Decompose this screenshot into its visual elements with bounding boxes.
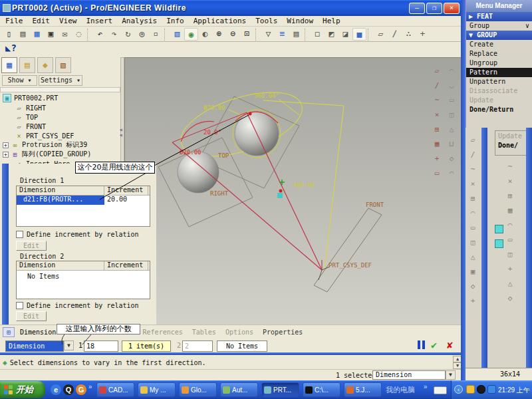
qq-tray-icon[interactable]	[477, 385, 485, 394]
title-bar[interactable]: PRT0002 (Active) - Pro/ENGINEER Wildfire…	[0, 0, 462, 16]
connections-tab-icon[interactable]: ▧	[55, 57, 71, 73]
tab-references[interactable]: References	[143, 329, 183, 336]
find-icon[interactable]: ◎	[135, 28, 149, 41]
mm-unpattern[interactable]: Unpattern	[466, 77, 532, 86]
undo-icon[interactable]: ↶	[93, 28, 107, 41]
tab-tables[interactable]: Tables	[192, 329, 216, 336]
feat-menu-header[interactable]: ▶ FEAT	[466, 12, 532, 21]
wireframe-icon[interactable]: ◻	[311, 28, 325, 41]
context-help-icon[interactable]: ◣?	[5, 43, 17, 53]
show-button[interactable]: Show ▾	[2, 75, 37, 86]
shaded-icon[interactable]: ■	[352, 28, 366, 41]
taskbar-task[interactable]: 5.J...	[344, 382, 382, 397]
save-icon[interactable]: ▦	[30, 28, 44, 41]
mm-create[interactable]: Create	[466, 40, 532, 49]
menu-analysis[interactable]: Analysis	[122, 17, 157, 25]
feature-toolbar-column[interactable]: ◠ ◡ ▭ ◫ △ ⊔ ◇ ◠	[444, 64, 459, 181]
tray-collapse-icon[interactable]: ‹	[454, 385, 463, 394]
dir2-count-input[interactable]	[182, 340, 213, 352]
chevron-down-icon[interactable]: ▼	[64, 340, 74, 350]
feature-toolbar-column[interactable]: ▱ / ~ × ⊞ ▦ + ▭	[430, 64, 444, 181]
dim-label-100[interactable]: 100.00	[293, 182, 315, 188]
erase-display-icon[interactable]: ◌	[72, 28, 86, 41]
taskbar-task-active[interactable]: PRT...	[261, 382, 299, 397]
orient-mode-icon[interactable]: ◐	[198, 28, 212, 41]
folder-browser-tab-icon[interactable]: ▤	[19, 57, 35, 73]
zoom-fit-icon[interactable]: ⊡	[240, 28, 254, 41]
tree-row[interactable]: + ∞ Protrusion 标识39	[3, 140, 122, 150]
taskbar-task[interactable]: My ...	[138, 382, 176, 397]
dim-label-dia20-left[interactable]: Ø20.00	[180, 149, 201, 156]
pause-button[interactable]	[418, 340, 425, 349]
select-filter-icon[interactable]: ▫	[149, 28, 163, 41]
repaint-icon[interactable]: ▧	[170, 28, 184, 41]
menu-applications[interactable]: Applications	[194, 17, 246, 25]
relation-checkbox[interactable]	[16, 302, 23, 309]
group-menu-item[interactable]: Group∨	[466, 21, 532, 31]
column-dimension[interactable]: Dimension	[17, 186, 104, 195]
edit-button-dir1[interactable]: Edit	[16, 241, 47, 251]
mm-done-return[interactable]: Done/Return	[466, 105, 532, 114]
minimize-button[interactable]: —	[409, 3, 425, 14]
tree-row[interactable]: ▱ FRONT	[15, 122, 134, 131]
table-row[interactable]: d21:F8(PROTR... 20.00	[17, 196, 150, 205]
mm-update[interactable]: Update	[466, 96, 532, 105]
datum-axis-display-icon[interactable]: ∕	[388, 28, 402, 41]
sash-collapse-icon[interactable]: ««	[120, 128, 123, 138]
graphics-area[interactable]: 360.00° Ø20.00 20.0° 100.00 Ø20.00 TOP R…	[124, 57, 461, 326]
open-file-icon[interactable]: ▤	[16, 28, 30, 41]
tab-properties[interactable]: Properties	[263, 329, 303, 336]
zoom-out-icon[interactable]: ⊖	[226, 28, 240, 41]
tree-row[interactable]: + ⊞ 阵列(COPIED_GROUP)	[3, 150, 122, 159]
accept-check-icon[interactable]: ✔	[431, 339, 437, 351]
zoom-in-icon[interactable]: ⊕	[212, 28, 226, 41]
mm-disassociate[interactable]: Disassociate	[466, 86, 532, 96]
maximize-button[interactable]: ❐	[426, 3, 442, 14]
tree-row[interactable]: ▱ RIGHT	[15, 103, 134, 112]
bg-update-item[interactable]: Update	[495, 131, 527, 140]
layers-icon[interactable]: ≡	[275, 28, 289, 41]
settings-button[interactable]: Settings ▾	[39, 75, 82, 86]
menu-manager-title[interactable]: Menu Manager	[466, 0, 532, 12]
menu-edit[interactable]: Edit	[33, 17, 51, 25]
new-file-icon[interactable]: ▯	[2, 28, 16, 41]
datum-label-top[interactable]: TOP	[218, 152, 229, 159]
no-hidden-icon[interactable]: ◪	[338, 28, 352, 41]
toolbar-overflow-icon[interactable]: »	[424, 383, 428, 390]
close-button[interactable]: ×	[444, 3, 460, 14]
view-manager-icon[interactable]: ▤	[289, 28, 303, 41]
csys-label[interactable]: PRT_CSYS_DEF	[329, 262, 372, 269]
menu-view[interactable]: View	[59, 17, 77, 25]
qq-quicklaunch-icon[interactable]: Q	[63, 384, 74, 395]
expand-icon[interactable]: +	[3, 142, 9, 148]
sphere-feature[interactable]	[178, 152, 219, 193]
saved-views-icon[interactable]: ▽	[261, 28, 275, 41]
datum-point-display-icon[interactable]: ∴	[402, 28, 416, 41]
pattern-type-combo[interactable]: Dimension ▼	[5, 340, 74, 352]
datum-plane-display-icon[interactable]: ▱	[374, 28, 388, 41]
dim-label-360[interactable]: 360.00°	[254, 92, 279, 99]
group-menu-header[interactable]: ▼ GROUP	[466, 31, 532, 40]
mm-pattern[interactable]: Pattern	[466, 68, 532, 77]
model-tree-tab-icon[interactable]: ▦	[1, 57, 17, 73]
menu-tools[interactable]: Tools	[255, 17, 277, 25]
selection-filter-combo[interactable]: Dimension ▼	[372, 370, 456, 380]
hidden-line-icon[interactable]: ◩	[325, 28, 338, 41]
table-grid-icon[interactable]: ⊞	[3, 327, 15, 337]
menu-window[interactable]: Window	[287, 17, 313, 25]
ie-quicklaunch-icon[interactable]: e	[51, 384, 61, 395]
g-quicklaunch-icon[interactable]: G	[76, 384, 86, 395]
cancel-x-icon[interactable]: ✘	[447, 339, 453, 351]
menu-file[interactable]: File	[5, 17, 23, 25]
csys-display-icon[interactable]: +	[416, 28, 430, 41]
tree-row[interactable]: ▱ TOP	[15, 112, 134, 122]
taskbar-task[interactable]: Glo...	[179, 382, 217, 397]
tree-row[interactable]: × PRT_CSYS_DEF	[15, 131, 134, 140]
direction2-table[interactable]: Dimension Increment No Items	[16, 261, 150, 299]
datum-label-front[interactable]: FRONT	[366, 201, 384, 208]
column-dimension[interactable]: Dimension	[17, 261, 104, 270]
taskbar-task[interactable]: CAD...	[96, 382, 134, 397]
increment-cell[interactable]: 20.00	[104, 196, 148, 205]
tree-row[interactable]: ▣ PRT0002.PRT	[3, 93, 122, 102]
chevron-down-icon[interactable]: ▼	[446, 370, 456, 380]
